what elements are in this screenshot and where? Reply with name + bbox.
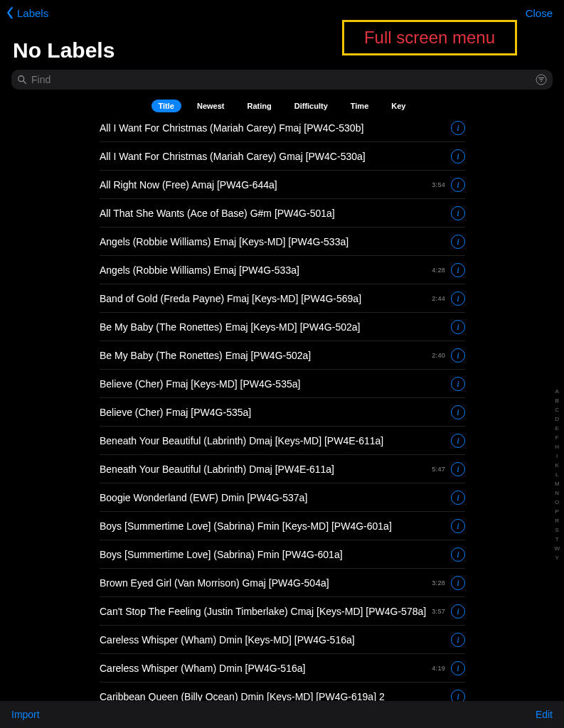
chevron-left-icon — [6, 6, 14, 19]
sort-tab-title[interactable]: Title — [151, 100, 181, 112]
index-letter[interactable]: Y — [554, 555, 560, 561]
song-duration: 2:44 — [432, 295, 445, 302]
alpha-index[interactable]: ABCDEFHIKLMNOPRSTWY — [554, 388, 560, 561]
info-icon[interactable]: i — [451, 491, 465, 505]
info-icon[interactable]: i — [451, 576, 465, 590]
song-title: Careless Whisper (Wham) Dmin [Keys-MD] [… — [100, 634, 355, 646]
index-letter[interactable]: A — [554, 388, 560, 395]
index-letter[interactable]: W — [554, 545, 560, 552]
info-icon[interactable]: i — [451, 178, 465, 192]
song-title: All I Want For Christmas (Mariah Carey) … — [100, 151, 366, 162]
index-letter[interactable]: D — [554, 416, 560, 422]
song-duration: 4:28 — [432, 267, 445, 274]
sort-tab-time[interactable]: Time — [344, 100, 376, 112]
song-title: Boys [Summertime Love] (Sabrina) Fmin [K… — [100, 520, 392, 532]
list-item[interactable]: Can't Stop The Feeling (Justin Timberlak… — [100, 597, 465, 626]
index-letter[interactable]: S — [554, 527, 560, 533]
import-button[interactable]: Import — [11, 709, 40, 720]
info-icon[interactable]: i — [451, 206, 465, 220]
list-item[interactable]: Boys [Summertime Love] (Sabrina) Fmin [P… — [100, 540, 465, 569]
list-item[interactable]: All I Want For Christmas (Mariah Carey) … — [100, 142, 465, 171]
info-icon[interactable]: i — [451, 604, 465, 619]
song-list: All I Want For Christmas (Mariah Carey) … — [100, 114, 465, 701]
info-icon[interactable]: i — [451, 121, 465, 135]
list-item[interactable]: Brown Eyed Girl (Van Morrison) Gmaj [PW4… — [100, 569, 465, 597]
index-letter[interactable]: C — [554, 407, 560, 413]
back-button[interactable]: Labels — [6, 6, 48, 19]
song-duration: 5:47 — [432, 466, 445, 473]
info-icon[interactable]: i — [451, 149, 465, 164]
info-icon[interactable]: i — [451, 519, 465, 533]
info-icon[interactable]: i — [451, 291, 465, 306]
sort-tab-key[interactable]: Key — [384, 100, 413, 112]
list-item[interactable]: Be My Baby (The Ronettes) Emaj [Keys-MD]… — [100, 313, 465, 341]
song-title: Beneath Your Beautiful (Labrinth) Dmaj [… — [100, 464, 334, 475]
info-icon[interactable]: i — [451, 377, 465, 391]
back-label: Labels — [17, 7, 48, 19]
search-bar[interactable] — [11, 70, 553, 90]
index-letter[interactable]: B — [554, 397, 560, 404]
index-letter[interactable]: T — [554, 536, 560, 542]
song-title: Angels (Robbie Williams) Emaj [PW4G-533a… — [100, 264, 299, 276]
index-letter[interactable]: R — [554, 518, 560, 524]
index-letter[interactable]: I — [554, 453, 560, 459]
list-item[interactable]: All That She Wants (Ace of Base) G#m [PW… — [100, 199, 465, 228]
info-icon[interactable]: i — [451, 320, 465, 334]
info-icon[interactable]: i — [451, 235, 465, 249]
info-icon[interactable]: i — [451, 462, 465, 476]
index-letter[interactable]: P — [554, 508, 560, 515]
list-item[interactable]: Angels (Robbie Williams) Emaj [PW4G-533a… — [100, 256, 465, 284]
song-title: Caribbean Queen (Billy Ocean) Dmin [Keys… — [100, 691, 385, 702]
list-item[interactable]: Beneath Your Beautiful (Labrinth) Dmaj [… — [100, 455, 465, 483]
info-icon[interactable]: i — [451, 405, 465, 419]
song-duration: 3:28 — [432, 579, 445, 587]
list-item[interactable]: Careless Whisper (Wham) Dmin [Keys-MD] [… — [100, 626, 465, 654]
song-duration: 3:57 — [432, 608, 445, 615]
index-letter[interactable]: E — [554, 425, 560, 432]
song-title: Boys [Summertime Love] (Sabrina) Fmin [P… — [100, 549, 343, 560]
edit-button[interactable]: Edit — [536, 709, 553, 720]
list-item[interactable]: All I Want For Christmas (Mariah Carey) … — [100, 114, 465, 142]
info-icon[interactable]: i — [451, 434, 465, 448]
list-item[interactable]: Caribbean Queen (Billy Ocean) Dmin [Keys… — [100, 682, 465, 701]
song-title: All That She Wants (Ace of Base) G#m [PW… — [100, 208, 335, 219]
list-item[interactable]: Boogie Wonderland (EWF) Dmin [PW4G-537a]… — [100, 483, 465, 512]
search-icon — [17, 75, 27, 85]
index-letter[interactable]: O — [554, 499, 560, 505]
sort-tab-rating[interactable]: Rating — [240, 100, 278, 112]
song-title: Careless Whisper (Wham) Dmin [PW4G-516a] — [100, 663, 305, 674]
list-item[interactable]: Beneath Your Beautiful (Labrinth) Dmaj [… — [100, 427, 465, 455]
sort-tab-difficulty[interactable]: Difficulty — [287, 100, 335, 112]
index-letter[interactable]: M — [554, 481, 560, 487]
list-item[interactable]: Band of Gold (Freda Payne) Fmaj [Keys-MD… — [100, 284, 465, 313]
annotation-overlay: Full screen menu — [342, 20, 517, 55]
filter-icon[interactable] — [536, 74, 547, 85]
info-icon[interactable]: i — [451, 633, 465, 647]
info-icon[interactable]: i — [451, 661, 465, 675]
list-item[interactable]: Believe (Cher) Fmaj [PW4G-535a]i — [100, 398, 465, 427]
list-area: All I Want For Christmas (Mariah Carey) … — [0, 114, 564, 701]
song-title: All I Want For Christmas (Mariah Carey) … — [100, 122, 363, 134]
index-letter[interactable]: L — [554, 471, 560, 478]
info-icon[interactable]: i — [451, 547, 465, 562]
list-item[interactable]: All Right Now (Free) Amaj [PW4G-644a]3:5… — [100, 171, 465, 199]
list-item[interactable]: Believe (Cher) Fmaj [Keys-MD] [PW4G-535a… — [100, 370, 465, 398]
info-icon[interactable]: i — [451, 348, 465, 363]
song-title: Beneath Your Beautiful (Labrinth) Dmaj [… — [100, 435, 383, 446]
index-letter[interactable]: F — [554, 434, 560, 441]
index-letter[interactable]: K — [554, 462, 560, 469]
list-item[interactable]: Boys [Summertime Love] (Sabrina) Fmin [K… — [100, 512, 465, 540]
list-item[interactable]: Careless Whisper (Wham) Dmin [PW4G-516a]… — [100, 654, 465, 682]
close-button[interactable]: Close — [526, 7, 555, 19]
sort-tab-newest[interactable]: Newest — [190, 100, 232, 112]
index-letter[interactable]: H — [554, 444, 560, 450]
song-duration: 2:40 — [432, 352, 445, 359]
info-icon[interactable]: i — [451, 690, 465, 702]
song-title: Believe (Cher) Fmaj [Keys-MD] [PW4G-535a… — [100, 378, 300, 390]
list-item[interactable]: Angels (Robbie Williams) Emaj [Keys-MD] … — [100, 228, 465, 256]
index-letter[interactable]: N — [554, 490, 560, 496]
search-input[interactable] — [27, 74, 536, 85]
list-item[interactable]: Be My Baby (The Ronettes) Emaj [PW4G-502… — [100, 341, 465, 370]
info-icon[interactable]: i — [451, 263, 465, 277]
song-title: Brown Eyed Girl (Van Morrison) Gmaj [PW4… — [100, 577, 329, 589]
